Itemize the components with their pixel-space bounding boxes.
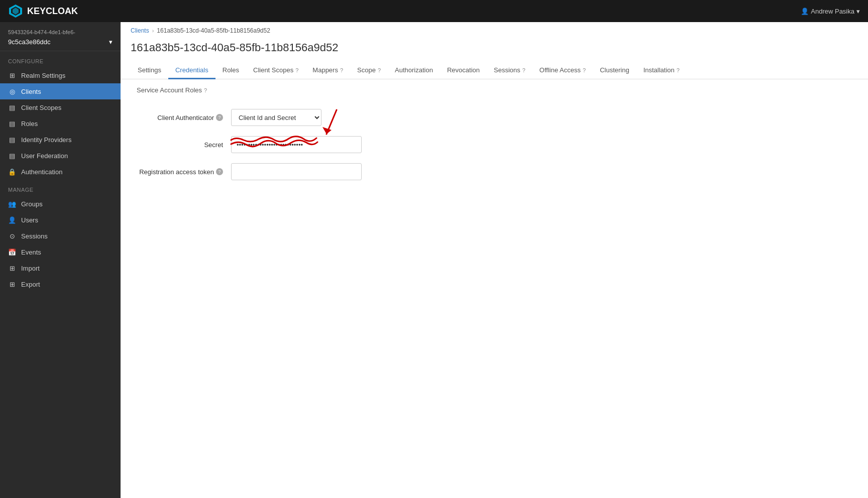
registration-token-help-icon[interactable]: ? (216, 168, 223, 175)
tab-sessions[interactable]: Sessions ? (487, 62, 532, 79)
sidebar-item-events[interactable]: 📅 Events (0, 244, 121, 260)
sub-tab-label: Service Account Roles (137, 86, 202, 94)
breadcrumb: Clients › 161a83b5-13cd-40a5-85fb-11b815… (121, 22, 868, 39)
sidebar-item-label: Sessions (21, 232, 48, 240)
realm-name: 9c5ca3e86ddc (8, 38, 51, 46)
form-section: Client Authenticator ? Client Id and Sec… (121, 97, 868, 202)
client-authenticator-group: Client Authenticator ? Client Id and Sec… (131, 109, 858, 126)
realm-settings-icon: ⊞ (8, 71, 16, 79)
tab-credentials[interactable]: Credentials (168, 62, 215, 79)
realm-chevron-icon: ▾ (109, 38, 113, 46)
sidebar-item-label: Identity Providers (21, 136, 71, 144)
tab-revocation[interactable]: Revocation (440, 62, 487, 79)
sidebar-item-sessions[interactable]: ⊙ Sessions (0, 228, 121, 244)
sidebar-item-label: Events (21, 248, 41, 256)
breadcrumb-separator: › (152, 28, 154, 34)
realm-id: 59433264-b474-4de1-bfe6- (8, 29, 113, 35)
sidebar-item-label: Authentication (21, 168, 62, 176)
sidebar-item-label: Export (21, 281, 40, 288)
client-scopes-icon: ▤ (8, 103, 16, 111)
client-scopes-help-icon: ? (295, 67, 298, 73)
tab-scope-label: Scope (357, 66, 376, 74)
tab-installation[interactable]: Installation ? (636, 62, 687, 79)
registration-token-label: Registration access token ? (131, 168, 231, 176)
export-icon: ⊞ (8, 280, 16, 288)
secret-group: Secret (131, 136, 858, 153)
events-icon: 📅 (8, 248, 16, 256)
registration-token-input[interactable] (231, 163, 362, 180)
realm-selector[interactable]: 9c5ca3e86ddc ▾ (8, 38, 113, 46)
sidebar-item-user-federation[interactable]: ▤ User Federation (0, 148, 121, 164)
secret-label: Secret (131, 141, 231, 149)
brand: KEYCLOAK (8, 4, 78, 19)
tab-offline-access-label: Offline Access (539, 66, 581, 74)
sidebar-item-label: Clients (21, 88, 41, 95)
sidebar-item-label: User Federation (21, 152, 68, 160)
tab-authorization-label: Authorization (395, 66, 433, 74)
realm-section: 59433264-b474-4de1-bfe6- 9c5ca3e86ddc ▾ (0, 22, 121, 51)
sidebar: 59433264-b474-4de1-bfe6- 9c5ca3e86ddc ▾ … (0, 22, 121, 498)
registration-token-group: Registration access token ? (131, 163, 858, 180)
page-title: 161a83b5-13cd-40a5-85fb-11b8156a9d52 (121, 39, 868, 62)
client-authenticator-label: Client Authenticator ? (131, 114, 231, 121)
sidebar-item-groups[interactable]: 👥 Groups (0, 196, 121, 212)
navbar: KEYCLOAK 👤 Andrew Pasika ▾ (0, 0, 868, 22)
user-icon: 👤 (801, 8, 809, 15)
tab-sessions-label: Sessions (494, 66, 520, 74)
tab-settings-label: Settings (138, 66, 161, 74)
sidebar-item-label: Groups (21, 200, 43, 208)
client-authenticator-select[interactable]: Client Id and Secret Signed JWT Signed J… (231, 109, 321, 126)
chevron-down-icon: ▾ (856, 8, 860, 15)
sidebar-item-identity-providers[interactable]: ▤ Identity Providers (0, 132, 121, 148)
tab-clustering[interactable]: Clustering (593, 62, 636, 79)
authentication-icon: 🔒 (8, 168, 16, 176)
sidebar-item-label: Roles (21, 120, 38, 128)
svg-marker-4 (322, 127, 332, 134)
tab-mappers[interactable]: Mappers ? (305, 62, 350, 79)
sub-tab-service-account-roles[interactable]: Service Account Roles ? (131, 83, 213, 97)
tab-clustering-label: Clustering (600, 66, 629, 74)
sidebar-item-authentication[interactable]: 🔒 Authentication (0, 164, 121, 180)
secret-input[interactable] (231, 136, 362, 153)
tab-credentials-label: Credentials (175, 66, 208, 74)
roles-icon: ▤ (8, 119, 16, 128)
installation-help-icon: ? (677, 67, 680, 73)
secret-wrapper (231, 136, 362, 153)
tabs-row: Settings Credentials Roles Client Scopes… (121, 62, 868, 79)
tab-installation-label: Installation (643, 66, 675, 74)
tab-scope[interactable]: Scope ? (350, 62, 388, 79)
sidebar-item-realm-settings[interactable]: ⊞ Realm Settings (0, 67, 121, 83)
sidebar-item-users[interactable]: 👤 Users (0, 212, 121, 228)
tab-roles[interactable]: Roles (215, 62, 246, 79)
user-federation-icon: ▤ (8, 152, 16, 160)
sidebar-item-import[interactable]: ⊞ Import (0, 260, 121, 276)
sub-tabs-row: Service Account Roles ? (121, 79, 868, 97)
offline-access-help-icon: ? (583, 67, 586, 73)
sidebar-item-export[interactable]: ⊞ Export (0, 276, 121, 292)
tab-client-scopes-label: Client Scopes (253, 66, 293, 74)
tab-client-scopes[interactable]: Client Scopes ? (246, 62, 305, 79)
client-authenticator-help-icon[interactable]: ? (216, 114, 223, 121)
sidebar-item-label: Users (21, 216, 38, 224)
sidebar-item-roles[interactable]: ▤ Roles (0, 115, 121, 132)
brand-label: KEYCLOAK (27, 6, 78, 17)
tab-mappers-label: Mappers (312, 66, 338, 74)
sessions-icon: ⊙ (8, 232, 16, 240)
sidebar-item-clients[interactable]: ◎ Clients (0, 83, 121, 99)
tab-settings[interactable]: Settings (131, 62, 168, 79)
breadcrumb-clients-link[interactable]: Clients (131, 27, 149, 34)
manage-section-label: Manage (0, 180, 121, 196)
keycloak-logo-icon (8, 4, 23, 19)
content-area: Clients › 161a83b5-13cd-40a5-85fb-11b815… (121, 22, 868, 498)
sessions-help-icon: ? (522, 67, 525, 73)
users-icon: 👤 (8, 216, 16, 224)
tab-offline-access[interactable]: Offline Access ? (532, 62, 593, 79)
identity-providers-icon: ▤ (8, 136, 16, 144)
user-menu[interactable]: 👤 Andrew Pasika ▾ (801, 8, 860, 15)
mappers-help-icon: ? (340, 67, 343, 73)
sidebar-item-client-scopes[interactable]: ▤ Client Scopes (0, 99, 121, 115)
configure-section-label: Configure (0, 51, 121, 67)
tab-authorization[interactable]: Authorization (388, 62, 440, 79)
groups-icon: 👥 (8, 200, 16, 208)
import-icon: ⊞ (8, 264, 16, 272)
